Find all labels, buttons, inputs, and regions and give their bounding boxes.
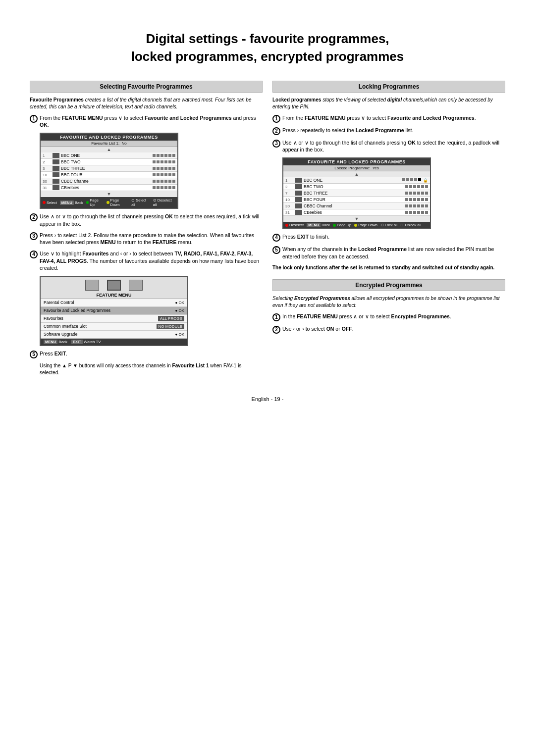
tv-row: 30 CBBC Channel	[283, 203, 430, 209]
lock-screen-subtitle: Locked Programme: Yes	[283, 165, 430, 171]
lock-step3-num: 3	[272, 140, 280, 148]
step5-num: 5	[30, 351, 38, 358]
step4: 4 Use ∨ to highlight Favourites and ‹ or…	[30, 250, 263, 272]
lock-step2-num: 2	[272, 127, 280, 135]
step1-num: 1	[30, 115, 38, 123]
feature-menu-title: FEATURE MENU	[41, 292, 187, 299]
step5: 5 Press EXIT.	[30, 350, 263, 358]
locking-header: Locking Programmes	[272, 81, 505, 93]
page-footer: English - 19 -	[30, 396, 505, 402]
selecting-intro: Favourite Programmes creates a list of t…	[30, 97, 263, 110]
tv-row: 31 CBeebies	[283, 209, 430, 216]
lock-scroll-up: ▲	[283, 171, 430, 177]
tv-row: 1 BBC ONE	[41, 152, 177, 159]
menu-icon-2	[107, 280, 121, 291]
feature-menu-row-highlighted: Favourite and Lock ed Programmes ● OK	[41, 307, 187, 315]
lock-screen-title: FAVOURITE AND LOCKED PROGRAMMES	[283, 158, 430, 165]
lock-step4: 4 Press EXIT to finish.	[272, 233, 505, 242]
step2-num: 2	[30, 213, 38, 221]
step1: 1 From the FEATURE MENU press ∨ to selec…	[30, 114, 263, 129]
encrypted-intro: Selecting Encrypted Programmes allows al…	[272, 295, 505, 309]
left-column: Selecting Favourite Programmes Favourite…	[30, 81, 263, 376]
selecting-header: Selecting Favourite Programmes	[30, 81, 263, 93]
enc-step1-num: 1	[272, 313, 280, 321]
enc-step2-num: 2	[272, 326, 280, 334]
feature-menu-row: Parental Control ● OK	[41, 299, 187, 307]
tv-row: 31 CBeebies	[41, 185, 177, 191]
step5-text: Press EXIT.	[40, 350, 67, 357]
enc-step1-text: In the FEATURE MENU press ∧ or ∨ to sele…	[282, 313, 451, 320]
lock-scroll-down: ▼	[283, 216, 430, 222]
step4-num: 4	[30, 251, 38, 258]
step2-text: Use ∧ or ∨ to go through the list of cha…	[40, 213, 263, 227]
lock-step5-text: When any of the channels in the Locked P…	[282, 246, 505, 260]
enc-step1: 1 In the FEATURE MENU press ∧ or ∨ to se…	[272, 313, 505, 321]
lock-step2-text: Press › repeatedly to select the Locked …	[282, 127, 413, 134]
tv-row: 1 BBC ONE 🔒	[283, 177, 430, 184]
page-title: Digital settings - favourite programmes,…	[30, 30, 505, 66]
tv-row: 10 BBC FOUR	[41, 172, 177, 178]
locking-intro: Locked programmes stops the viewing of s…	[272, 97, 505, 110]
step3-text: Press › to select List 2. Follow the sam…	[40, 232, 263, 246]
step1-text: From the FEATURE MENU press ∨ to select …	[40, 114, 263, 129]
feature-menu-row: Software Upgrade ● OK	[41, 331, 187, 339]
screen1: FAVOURITE AND LOCKED PROGRAMMES Favourit…	[40, 133, 178, 209]
tv-row: 7 BBC THREE	[283, 190, 430, 197]
feature-menu: FEATURE MENU Parental Control ● OK Favou…	[40, 276, 188, 346]
screen-lock: FAVOURITE AND LOCKED PROGRAMMES Locked P…	[282, 157, 431, 229]
lock-step1-text: From the FEATURE MENU press ∨ to select …	[282, 114, 476, 122]
menu-icon-3	[129, 280, 143, 291]
screen1-scroll-up: ▲	[41, 147, 177, 152]
lock-step3-text: Use ∧ or ∨ to go through the list of cha…	[282, 139, 505, 153]
feature-menu-row: Favourites ALL PROGS	[41, 315, 187, 323]
menu-icon-1	[85, 280, 99, 291]
tv-row: 2 BBC TWO	[283, 184, 430, 190]
feature-menu-row: Common Interface Slot NO MODULE	[41, 323, 187, 331]
tv-row: 2 BBC TWO	[41, 159, 177, 165]
feature-menu-footer: MENU Back EXIT Watch TV	[41, 339, 187, 345]
main-content: Selecting Favourite Programmes Favourite…	[30, 81, 505, 376]
lock-step4-text: Press EXIT to finish.	[282, 233, 329, 241]
lock-step5: 5 When any of the channels in the Locked…	[272, 246, 505, 260]
step5-note: Using the ▲ P ▼ buttons will only access…	[40, 362, 263, 376]
lock-step1: 1 From the FEATURE MENU press ∨ to selec…	[272, 114, 505, 123]
screen1-subtitle: Favourite List 1: No	[41, 141, 177, 147]
enc-step2-text: Use ‹ or › to select ON or OFF.	[282, 325, 354, 333]
lock-step4-num: 4	[272, 234, 280, 242]
lock-note: The lock only functions after the set is…	[272, 264, 505, 271]
step2: 2 Use ∧ or ∨ to go through the list of c…	[30, 213, 263, 227]
enc-step2: 2 Use ‹ or › to select ON or OFF.	[272, 325, 505, 334]
feature-menu-icons	[41, 277, 187, 292]
lock-step3: 3 Use ∧ or ∨ to go through the list of c…	[272, 139, 505, 153]
tv-row: 10 BBC FOUR	[283, 197, 430, 203]
encrypted-header: Encrypted Programmes	[272, 279, 505, 291]
screen1-scroll-down: ▼	[41, 191, 177, 197]
step3: 3 Press › to select List 2. Follow the s…	[30, 232, 263, 246]
lock-step5-num: 5	[272, 246, 280, 254]
lock-step1-num: 1	[272, 115, 280, 123]
lock-screen-footer: Deselect MENU Back Page Up Page Down ⊙ L…	[283, 222, 430, 228]
screen1-footer: Select MENU Back Page Up Page Down ⊙ Sel…	[41, 197, 177, 208]
step3-num: 3	[30, 232, 38, 240]
tv-row: 30 CBBC Channe	[41, 178, 177, 185]
screen1-title: FAVOURITE AND LOCKED PROGRAMMES	[41, 134, 177, 141]
right-column: Locking Programmes Locked programmes sto…	[272, 81, 505, 376]
step4-text: Use ∨ to highlight Favourites and ‹ or ›…	[40, 250, 263, 272]
lock-step2: 2 Press › repeatedly to select the Locke…	[272, 127, 505, 135]
tv-row: 3 BBC THREE	[41, 165, 177, 172]
